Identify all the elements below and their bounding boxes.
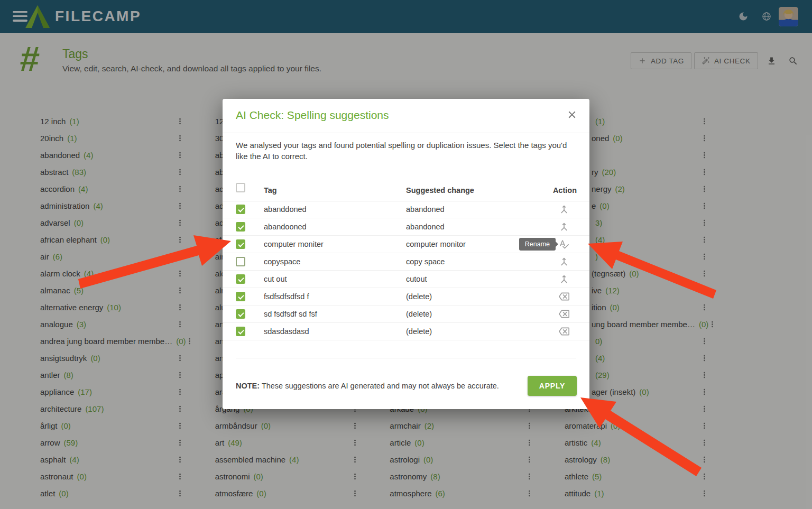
suggestion-change: copy space <box>406 257 445 266</box>
suggestion-tag: sdasdasdasd <box>264 327 309 336</box>
modal-footer-divider <box>236 358 576 358</box>
suggestion-change: (delete) <box>406 310 432 318</box>
merge-action-icon[interactable] <box>559 221 569 232</box>
action-cell <box>559 309 569 319</box>
column-header-suggested: Suggested change <box>406 186 474 195</box>
suggestion-row: cut out cutout <box>223 271 589 288</box>
select-all-checkbox[interactable] <box>236 183 245 192</box>
suggestions-table-body: abanddoned abandoned abandooned abandone… <box>223 201 589 340</box>
delete-action-icon[interactable] <box>559 326 569 337</box>
suggestion-row: copyspace copy space <box>223 253 589 271</box>
suggestion-tag: fsdfsdfsdfsd f <box>264 292 309 301</box>
suggestion-tag: copyspace <box>264 257 300 266</box>
column-header-action: Action <box>553 186 577 195</box>
row-checkbox[interactable] <box>236 239 245 249</box>
delete-action-icon[interactable] <box>559 309 569 319</box>
ai-note: NOTE: These suggestions are AI generated… <box>236 382 499 390</box>
suggestion-row: computer moniter computer monitor Rename <box>223 236 589 253</box>
action-cell <box>559 274 569 284</box>
merge-action-icon[interactable] <box>559 204 569 215</box>
suggestion-change: abandoned <box>406 223 445 231</box>
action-cell <box>559 256 569 267</box>
row-checkbox[interactable] <box>236 205 245 214</box>
suggestion-row: abandooned abandoned <box>223 218 589 236</box>
merge-action-icon[interactable] <box>559 274 569 284</box>
modal-description: We analysed your tags and found potentia… <box>236 140 578 162</box>
row-checkbox[interactable] <box>236 327 245 336</box>
row-checkbox[interactable] <box>236 309 245 319</box>
delete-action-icon[interactable] <box>559 291 569 302</box>
suggestion-row: sdasdasdasd (delete) <box>223 323 589 340</box>
suggestion-tag: cut out <box>264 275 287 283</box>
rename-tooltip: Rename <box>519 238 556 251</box>
row-checkbox[interactable] <box>236 222 245 232</box>
action-cell <box>559 221 569 232</box>
modal-title: AI Check: Spelling suggestions <box>236 109 389 122</box>
action-cell <box>559 204 569 215</box>
suggestion-change: abandoned <box>406 205 445 214</box>
suggestion-tag: computer moniter <box>264 240 324 248</box>
row-checkbox[interactable] <box>236 274 245 284</box>
merge-action-icon[interactable] <box>559 256 569 267</box>
suggestion-tag: sd fsdfsdf sd fsf <box>264 310 317 318</box>
action-cell <box>559 291 569 302</box>
suggestions-table-header: Tag Suggested change Action <box>223 182 589 200</box>
suggestion-change: cutout <box>406 275 427 283</box>
suggestion-row: fsdfsdfsdfsd f (delete) <box>223 288 589 306</box>
suggestion-tag: abandooned <box>264 223 307 231</box>
modal-header-divider <box>223 133 589 133</box>
suggestion-change: (delete) <box>406 327 432 336</box>
row-checkbox[interactable] <box>236 257 245 266</box>
suggestion-row: sd fsdfsdf sd fsf (delete) <box>223 306 589 323</box>
ai-check-modal: AI Check: Spelling suggestions We analys… <box>223 99 589 409</box>
action-cell <box>559 326 569 337</box>
column-header-tag: Tag <box>264 186 277 195</box>
suggestion-row: abanddoned abandoned <box>223 201 589 218</box>
close-icon[interactable] <box>566 109 578 121</box>
row-checkbox[interactable] <box>236 292 245 301</box>
suggestion-change: (delete) <box>406 292 432 301</box>
suggestion-change: computer monitor <box>406 240 466 248</box>
suggestion-tag: abanddoned <box>264 205 307 214</box>
apply-button[interactable]: APPLY <box>528 376 577 396</box>
